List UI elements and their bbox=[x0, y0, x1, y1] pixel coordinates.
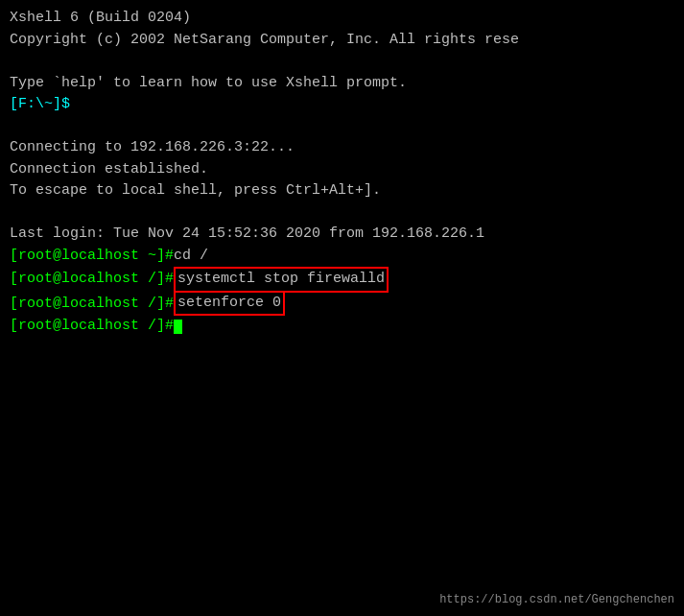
prompt-home: [F:\~]$ bbox=[10, 94, 70, 116]
cmd-systemctl-box: systemctl stop firewalld bbox=[174, 267, 389, 293]
prompt-final: [root@localhost /]# bbox=[10, 316, 174, 338]
blank-line-3 bbox=[10, 202, 674, 225]
watermark: https://blog.csdn.net/Gengchenchen bbox=[439, 593, 674, 606]
line-copyright: Copyright (c) 2002 NetSarang Computer, I… bbox=[10, 30, 674, 52]
line-escape: To escape to local shell, press Ctrl+Alt… bbox=[10, 180, 674, 202]
line-prompt-home: [F:\~]$ bbox=[10, 94, 674, 116]
line-systemctl: [root@localhost /]#systemctl stop firewa… bbox=[10, 267, 674, 293]
cmd-setenforce-box: setenforce 0 bbox=[174, 293, 285, 317]
prompt-cd: [root@localhost ~]# bbox=[10, 246, 174, 268]
cmd-systemctl: systemctl stop firewalld bbox=[177, 271, 385, 287]
blank-line-2 bbox=[10, 116, 674, 138]
line-cd: [root@localhost ~]#cd / bbox=[10, 246, 674, 268]
cmd-cd: cd / bbox=[174, 246, 208, 268]
prompt-systemctl: [root@localhost /]# bbox=[10, 269, 174, 291]
line-connecting: Connecting to 192.168.226.3:22... bbox=[10, 137, 674, 159]
terminal-window: Xshell 6 (Build 0204) Copyright (c) 2002… bbox=[0, 0, 684, 616]
prompt-setenforce: [root@localhost /]# bbox=[10, 294, 174, 316]
line-final-prompt[interactable]: [root@localhost /]# bbox=[10, 316, 674, 338]
line-title: Xshell 6 (Build 0204) bbox=[10, 8, 674, 30]
line-setenforce: [root@localhost /]#setenforce 0 bbox=[10, 293, 674, 317]
line-help: Type `help' to learn how to use Xshell p… bbox=[10, 73, 674, 95]
cmd-setenforce: setenforce 0 bbox=[177, 295, 281, 311]
line-lastlogin: Last login: Tue Nov 24 15:52:36 2020 fro… bbox=[10, 224, 674, 246]
line-established: Connection established. bbox=[10, 159, 674, 181]
cursor bbox=[174, 320, 182, 334]
blank-line-1 bbox=[10, 51, 674, 73]
